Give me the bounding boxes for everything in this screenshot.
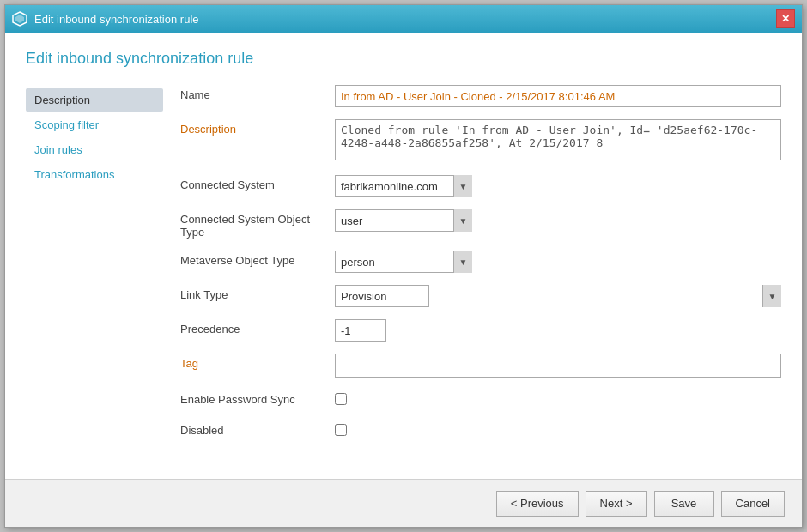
connected-system-object-type-select-wrapper: user ▼ (335, 209, 472, 232)
metaverse-object-type-row: Metaverse Object Type person ▼ (180, 251, 781, 273)
disabled-control (335, 420, 781, 439)
precedence-row: Precedence (180, 319, 781, 342)
link-type-label: Link Type (180, 285, 335, 301)
enable-password-sync-control (335, 390, 781, 408)
link-type-row: Link Type Provision Join StickyJoin ▼ (180, 285, 781, 307)
sidebar-item-join-rules[interactable]: Join rules (26, 138, 163, 161)
precedence-label: Precedence (180, 319, 335, 336)
title-bar-left: Edit inbound synchronization rule (12, 11, 199, 27)
metaverse-object-type-control: person ▼ (335, 251, 781, 273)
name-label: Name (180, 85, 335, 101)
name-input[interactable] (335, 85, 781, 107)
tag-control (335, 354, 781, 378)
connected-system-row: Connected System fabrikamonline.com ▼ (180, 175, 781, 197)
main-layout: Description Scoping filter Join rules Tr… (26, 85, 781, 479)
connected-system-select[interactable]: fabrikamonline.com (335, 175, 472, 197)
link-type-arrow-icon: ▼ (762, 285, 781, 307)
title-bar: Edit inbound synchronization rule ✕ (5, 5, 802, 33)
metaverse-object-type-label: Metaverse Object Type (180, 251, 335, 267)
disabled-checkbox[interactable] (335, 424, 347, 436)
description-label: Description (180, 119, 335, 136)
precedence-input[interactable] (335, 319, 386, 342)
connected-system-object-type-select[interactable]: user (335, 209, 472, 232)
sidebar-item-scoping-filter[interactable]: Scoping filter (26, 113, 163, 136)
disabled-row: Disabled (180, 420, 781, 439)
enable-password-sync-label: Enable Password Sync (180, 390, 335, 406)
tag-row: Tag (180, 354, 781, 378)
page-title: Edit inbound synchronization rule (26, 50, 781, 68)
next-button[interactable]: Next > (586, 491, 647, 517)
link-type-select[interactable]: Provision Join StickyJoin (335, 285, 429, 307)
disabled-label: Disabled (180, 420, 335, 437)
description-row: Description Cloned from rule 'In from AD… (180, 119, 781, 163)
metaverse-object-type-select-wrapper: person ▼ (335, 251, 472, 273)
precedence-control (335, 319, 781, 342)
main-window: Edit inbound synchronization rule ✕ Edit… (4, 4, 803, 528)
form-area: Name Description Cloned from rule 'In fr… (163, 85, 781, 479)
app-icon (12, 11, 27, 27)
cancel-button[interactable]: Cancel (721, 491, 785, 517)
sidebar: Description Scoping filter Join rules Tr… (26, 85, 163, 479)
connected-system-object-type-label: Connected System Object Type (180, 209, 335, 239)
name-row: Name (180, 85, 781, 107)
tag-input[interactable] (335, 354, 781, 378)
link-type-select-wrapper: Provision Join StickyJoin ▼ (335, 285, 781, 307)
connected-system-label: Connected System (180, 175, 335, 191)
enable-password-sync-checkbox[interactable] (335, 393, 347, 405)
svg-marker-1 (15, 15, 24, 23)
sidebar-item-description[interactable]: Description (26, 88, 163, 112)
content-area: Edit inbound synchronization rule Descri… (5, 33, 802, 479)
description-control: Cloned from rule 'In from AD - User Join… (335, 119, 781, 163)
disabled-checkbox-wrapper (335, 420, 781, 439)
previous-button[interactable]: < Previous (496, 491, 579, 517)
connected-system-object-type-control: user ▼ (335, 209, 781, 232)
title-bar-text: Edit inbound synchronization rule (34, 13, 199, 26)
footer: < Previous Next > Save Cancel (5, 479, 802, 527)
connected-system-object-type-row: Connected System Object Type user ▼ (180, 209, 781, 239)
connected-system-select-wrapper: fabrikamonline.com ▼ (335, 175, 472, 197)
description-input[interactable]: Cloned from rule 'In from AD - User Join… (335, 119, 781, 160)
tag-label: Tag (180, 354, 335, 370)
save-button[interactable]: Save (654, 491, 714, 517)
close-button[interactable]: ✕ (776, 9, 795, 28)
connected-system-control: fabrikamonline.com ▼ (335, 175, 781, 197)
sidebar-item-transformations[interactable]: Transformations (26, 163, 163, 186)
enable-password-sync-row: Enable Password Sync (180, 390, 781, 408)
metaverse-object-type-select[interactable]: person (335, 251, 472, 273)
name-control (335, 85, 781, 107)
link-type-control: Provision Join StickyJoin ▼ (335, 285, 781, 307)
enable-password-sync-checkbox-wrapper (335, 390, 781, 408)
